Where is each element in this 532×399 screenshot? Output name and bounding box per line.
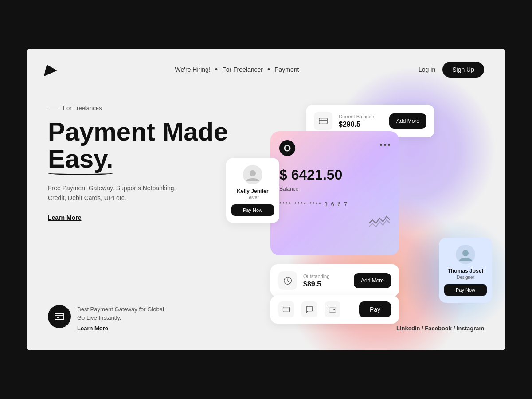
badge-icon [48,305,71,328]
card-main-balance: $ 6421.50 Balance **** **** **** 3 6 6 7 [270,131,399,255]
card-waves-icon [279,215,390,227]
svg-point-3 [286,146,289,150]
svg-rect-9 [55,313,64,320]
hero-title-line1: Payment Made [48,117,228,146]
kelly-avatar [243,165,262,184]
current-balance-label: Current Balance [339,114,383,119]
page-wrapper: ▶ We're Hiring! • For Freelancer • Payme… [27,49,505,350]
action-icon-card[interactable] [278,301,294,317]
outstanding-label: Outstanding [303,274,348,279]
signup-button[interactable]: Sign Up [442,62,484,78]
thomas-pay-now-button[interactable]: Pay Now [444,284,487,296]
thomas-role: Designer [444,275,487,280]
balance-card-number: **** **** **** 3 6 6 7 [279,201,390,207]
outstanding-info: Outstanding $89.5 [303,274,348,288]
outstanding-icon [278,271,297,290]
nav-links: We're Hiring! • For Freelancer • Payment [175,65,299,74]
action-icons-group [278,301,340,317]
current-balance-icon [314,112,332,130]
badge-learn-more-link[interactable]: Learn More [77,324,164,333]
balance-card-menu[interactable] [380,144,390,146]
hero-section: For Freelances Payment Made Easy. Free P… [27,78,505,344]
dot3 [388,144,390,146]
hero-title-line2: Easy. [48,145,113,172]
nav-link-hiring[interactable]: We're Hiring! [175,66,211,73]
thomas-name: Thomas Josef [444,268,487,274]
dot1 [380,144,382,146]
nav-link-freelancer[interactable]: For Freelancer [222,66,263,73]
hero-learn-more-link[interactable]: Learn More [48,214,81,221]
balance-card-amount: $ 6421.50 [279,167,390,183]
action-icon-chat[interactable] [301,301,317,317]
hero-title: Payment Made Easy. [48,118,234,172]
current-balance-add-more-button[interactable]: Add More [389,113,426,129]
nav-actions: Log in Sign Up [419,62,484,78]
svg-point-8 [462,250,469,256]
badge-text-line2: Go Live Instantly. [77,314,121,321]
hero-tag: For Freelances [48,105,234,111]
card-person-kelly: Kelly Jenifer Tester Pay Now [226,158,279,223]
kelly-pay-now-button[interactable]: Pay Now [231,204,274,216]
card-balance-header [279,140,390,156]
nav-dot-2: • [267,65,270,74]
card-action-bar: Pay [270,295,399,324]
card-outstanding: Outstanding $89.5 Add More [270,264,399,297]
balance-card-icon [279,140,295,156]
navbar: ▶ We're Hiring! • For Freelancer • Payme… [27,49,505,78]
badge-text-line1: Best Payment Gateway for Global [77,306,164,313]
nav-link-payment[interactable]: Payment [274,66,299,73]
current-balance-info: Current Balance $290.5 [339,114,383,129]
svg-point-7 [250,170,256,176]
outstanding-add-more-button[interactable]: Add More [354,273,391,288]
card-person-thomas: Thomas Josef Designer Pay Now [439,238,492,303]
hero-description: Free Payment Gateway. Supports Netbankin… [48,183,234,203]
kelly-role: Tester [231,195,274,200]
cards-container: Current Balance $290.5 Add More [226,105,492,350]
bottom-badge: Best Payment Gateway for Global Go Live … [48,305,164,333]
pay-button[interactable]: Pay [359,301,391,317]
social-links[interactable]: Linkedin / Facebook / Instagram [396,325,484,332]
svg-rect-0 [319,118,327,124]
dot2 [384,144,386,146]
outstanding-value: $89.5 [303,280,348,288]
logo: ▶ [44,61,55,78]
kelly-name: Kelly Jenifer [231,188,274,194]
nav-dot-1: • [215,65,218,74]
current-balance-value: $290.5 [339,121,383,129]
action-icon-wallet[interactable] [325,301,340,317]
login-button[interactable]: Log in [419,66,435,73]
balance-card-label: Balance [279,186,390,192]
badge-text-block: Best Payment Gateway for Global Go Live … [77,305,164,333]
svg-rect-5 [283,307,290,312]
thomas-avatar [456,245,475,264]
